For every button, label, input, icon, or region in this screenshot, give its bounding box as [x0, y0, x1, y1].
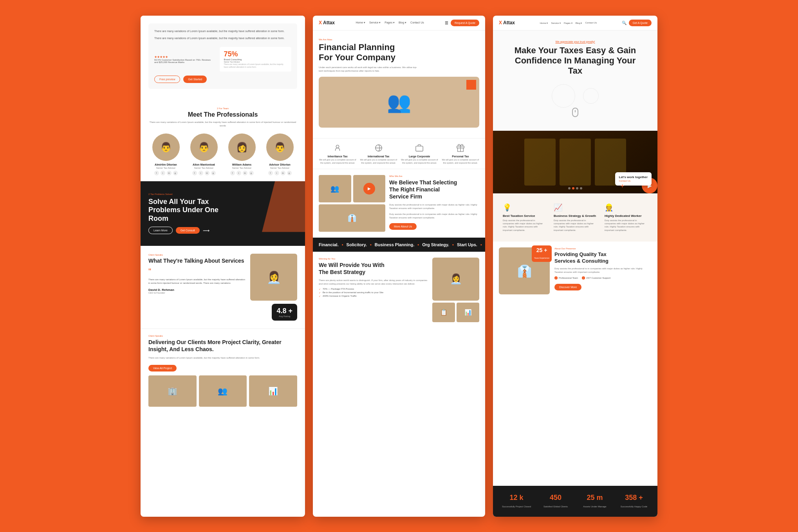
right-logo-text: Attax [503, 20, 515, 25]
nav-blog[interactable]: Blog ▾ [399, 21, 406, 24]
service-2-desc: We will give you a complete account of t… [360, 159, 398, 164]
badge-number: 25 + [534, 247, 549, 253]
professionals-title: Meet The Professionals [148, 111, 297, 118]
contact-us-text[interactable]: Contact Us [619, 180, 631, 182]
taxation-icon: 💡 [503, 203, 546, 212]
feature-1-title: Best Taxation Service [503, 214, 546, 218]
service-3-title: Large Corporate [401, 155, 439, 158]
social-icon-3[interactable]: in [167, 171, 172, 175]
social-icon-1[interactable]: f [154, 171, 159, 175]
avatar-2: 👨 [190, 133, 218, 161]
logo-x: X [319, 20, 322, 25]
nav-contact[interactable]: Contact Us [410, 21, 424, 24]
project-image-2: 👥 [199, 375, 247, 407]
social-icon-5[interactable]: f [192, 171, 197, 175]
check-2-label: 24/7 Customer Support [586, 277, 610, 279]
view-all-button[interactable]: View All Project [148, 365, 177, 371]
about-img-1: 👥 [319, 175, 351, 202]
strategy-desc: There are plenty active world wants to d… [319, 279, 428, 286]
right-nav-home[interactable]: Home ▾ [540, 22, 548, 24]
strategy-item-2: Be in the position of Incremental servin… [319, 291, 428, 294]
video-person-2 [560, 139, 591, 186]
nav-home[interactable]: Home ▾ [356, 21, 365, 24]
strategy-text: Winning for You We Will Provide You With… [319, 258, 428, 322]
discover-more-button[interactable]: Discover More [554, 284, 581, 290]
social-icon-14[interactable]: t [274, 171, 279, 175]
video-person-1 [524, 139, 556, 186]
hero-image: 👥 [319, 77, 479, 128]
middle-logo: X Attax [319, 20, 335, 25]
dot-1[interactable] [568, 187, 571, 189]
search-icon[interactable]: 🔍 [622, 21, 626, 25]
dot-2[interactable] [572, 187, 574, 189]
social-icon-8[interactable]: g [211, 171, 216, 175]
mouse-icon [501, 108, 650, 117]
social-icon-4[interactable]: g [173, 171, 178, 175]
testimonial-section: Client Speaks What They're Talking About… [141, 246, 305, 328]
right-nav-contact[interactable]: Contact Us [585, 22, 597, 24]
strategy-sub-images: 📋 📊 [432, 303, 479, 322]
stat-4-number: 358 + [616, 494, 652, 502]
social-icon-9[interactable]: f [230, 171, 235, 175]
about-title: We Believe That SelectingThe Right Finan… [389, 179, 479, 200]
social-icon-13[interactable]: f [268, 171, 273, 175]
feature-3-title: Highly Dedicated Worker [605, 214, 648, 218]
service-corporate: Large Corporate We will give you a compl… [401, 142, 439, 164]
right-nav-service[interactable]: Service ▾ [551, 22, 561, 24]
member-1-name: Almirtim Ditorian [148, 163, 183, 166]
check-support: ✓ 24/7 Customer Support [582, 276, 610, 280]
top-section: There are many variations of Lorem Ipsum… [141, 16, 305, 99]
get-started-button[interactable]: Get Started [183, 76, 207, 83]
right-hero: We appreciate your trust greatly! Make Y… [493, 31, 657, 131]
stat-3-label: Assets Under Manage [583, 505, 606, 508]
get-consult-button[interactable]: Get Consult [176, 227, 200, 234]
middle-hero: We Are Attax Financial PlanningFor Your … [313, 31, 485, 139]
services-row: Inheritance Tax We will give you a compl… [313, 138, 485, 169]
stat-1-label: Successfully Project Closed [502, 505, 531, 508]
social-icon-12[interactable]: g [249, 171, 254, 175]
right-cta-button[interactable]: Get A Quote [629, 20, 652, 26]
social-icon-15[interactable]: in [281, 171, 285, 175]
preview-button[interactable]: Free preview [154, 76, 180, 83]
about-text: Who We Are We Believe That SelectingThe … [389, 175, 479, 232]
inheritance-icon [332, 142, 343, 153]
feature-strategy: 📈 Business Strategy & Growth Duty assist… [550, 199, 601, 236]
right-nav-pages[interactable]: Pages ▾ [564, 22, 572, 24]
stats-bottom: 12 k Successfully Project Closed 450 Sat… [493, 486, 657, 517]
nav-service[interactable]: Service ▾ [369, 21, 381, 24]
dot-4[interactable] [580, 187, 582, 189]
service-3-desc: We will give you a complete account of t… [401, 159, 439, 164]
corporate-icon [414, 142, 425, 153]
right-nav-blog[interactable]: Blog ▾ [576, 22, 582, 24]
nav-pages[interactable]: Pages ▾ [385, 21, 395, 24]
social-icon-7[interactable]: in [205, 171, 209, 175]
dot-3[interactable] [576, 187, 578, 189]
nav-filter-icon[interactable]: ☰ [445, 21, 448, 25]
middle-about: 👥 💼 ▶ 👔 Who We Are We Believe That Selec… [313, 169, 485, 238]
social-icon-10[interactable]: t [237, 171, 241, 175]
stat-3-number: 25 m [577, 494, 612, 502]
video-section: ▶ Let's work together Contact Us + [493, 131, 657, 193]
middle-cta-button[interactable]: Request A Quote [451, 20, 479, 26]
social-icon-6[interactable]: t [199, 171, 203, 175]
play-button[interactable]: ▶ [363, 183, 375, 195]
project-image-1: 🏢 [148, 375, 197, 407]
right-website-card: X Attax Home ▾ Service ▾ Pages ▾ Blog ▾ … [493, 16, 657, 517]
team-member-3: 👩 William Adams Senior Tax Advisor f t i… [224, 133, 259, 175]
social-icon-16[interactable]: g [287, 171, 292, 175]
feature-taxation: 💡 Best Taxation Service Duty assists the… [499, 199, 550, 236]
learn-more-button[interactable]: Learn More [148, 227, 173, 234]
about-more-button[interactable]: More About Us [389, 223, 417, 230]
stat-4-label: Successfully Happy Code [621, 505, 647, 508]
avatar-1: 👨 [152, 133, 180, 161]
experience-badge: 25 + Years Experience [532, 245, 552, 262]
deco-shapes [501, 84, 650, 108]
social-icon-11[interactable]: in [243, 171, 247, 175]
about-img-wide: 👔 [319, 204, 385, 232]
social-icon-2[interactable]: t [161, 171, 165, 175]
professionals-section: 2 For Team Meet The Professionals There … [141, 99, 305, 181]
arrow-icon: ⟿ [203, 228, 209, 233]
stat-number: 75% [224, 50, 287, 58]
right-about-content: About Our Presence Providing Quality Tax… [554, 247, 652, 294]
right-about: 👔 25 + Years Experience About Our Presen… [493, 242, 657, 300]
